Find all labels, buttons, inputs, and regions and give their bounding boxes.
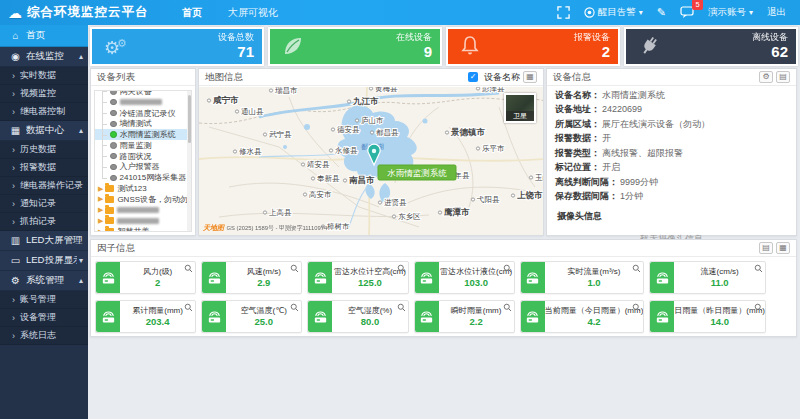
logout-button[interactable]: 退出 [767,6,786,19]
device-settings-icon[interactable]: ⚙ [759,71,773,83]
factor-card-body: 流速(cm/s)11.0 [674,262,765,293]
tree-folder-2[interactable]: ▶ [95,205,191,216]
factor-card-11[interactable]: 日雨量（昨日雨量）(mm)14.0 [649,300,766,333]
sidebar-item-5[interactable]: ⚙系统管理▴ [0,271,88,291]
tree-device-4[interactable]: 水雨情监测系统 [95,129,191,140]
device-table-icon[interactable]: ▤ [776,71,790,83]
chevron-up-icon: ▴ [79,52,83,61]
factor-card-9[interactable]: 瞬时雨量(mm)2.2 [414,300,515,333]
factor-card-6[interactable]: 累计雨量(mm)203.4 [95,300,196,333]
led-icon: ▥ [9,235,22,246]
magnifier-icon[interactable] [397,264,406,273]
magnifier-icon[interactable] [290,264,299,273]
tree-folder-1[interactable]: ▶GNSS设备，勿动勿改 [95,194,191,205]
account-menu[interactable]: 演示账号 ▾ [708,6,753,19]
tree-device-3[interactable]: 墒情测试 [95,118,191,129]
sensor-icon [96,301,120,332]
map-label-dot [343,179,346,182]
sidebar-subitem-2-2[interactable]: ›继电器操作记录 [0,177,88,195]
sidebar-item-4[interactable]: ▭LED投屏显示▾ [0,251,88,271]
sidebar-subitem-1-2[interactable]: ›继电器控制 [0,103,88,121]
tree-device-8[interactable]: 241015网络采集器 [95,172,191,183]
sidebar-subitem-2-4[interactable]: ›抓拍记录 [0,213,88,231]
magnifier-icon[interactable] [503,303,512,312]
sidebar-subitem-5-2[interactable]: ›系统日志 [0,327,88,345]
sidebar-subitem-1-0[interactable]: ›实时数据 [0,67,88,85]
sidebar-subitem-2-0[interactable]: ›历史数据 [0,141,88,159]
tree-device-7[interactable]: 入户报警器 [95,162,191,173]
factor-card-5[interactable]: 流速(cm/s)11.0 [649,261,766,294]
factor-card-8[interactable]: 空气湿度(%)80.0 [307,300,408,333]
tree-folder-label: GNSS设备，勿动勿改 [117,194,192,205]
factor-card-7[interactable]: 空气温度(℃)25.0 [201,300,302,333]
magnifier-icon[interactable] [184,264,193,273]
stat-card-1[interactable]: 在线设备9 [268,27,442,66]
map-label-dot [311,177,314,180]
sidebar-subitem-2-1[interactable]: ›报警数据 [0,159,88,177]
chevron-right-icon: › [12,217,15,227]
top-nav-item-0[interactable]: 首页 [182,6,202,20]
sensor-icon [202,262,226,293]
magnifier-icon[interactable] [632,264,641,273]
factor-label: 风速(m/s) [247,267,281,277]
tree-device-5[interactable]: 雨量监测 [95,140,191,151]
sidebar-subitem-5-1[interactable]: ›设备管理 [0,309,88,327]
top-nav-item-1[interactable]: 大屏可视化 [228,6,278,20]
monitor-icon: ◉ [9,51,22,62]
device-status-dot [110,131,117,138]
factor-card-1[interactable]: 风速(m/s)2.9 [201,261,302,294]
stat-card-2[interactable]: 报警设备2 [446,27,620,66]
tree-device-2[interactable]: 冷链温度记录仪 [95,108,191,119]
factor-list-view-icon[interactable]: ▤ [759,242,773,254]
alarm-toggle[interactable]: 醒目告警 ▾ [584,6,643,19]
factor-card-3[interactable]: 雷达水位计液位(cm)103.0 [414,261,515,294]
sidebar-subitem-1-1[interactable]: ›视频监控 [0,85,88,103]
map-attribution: 天地图 GS (2025) 1589号 - 甲测资字11110974 [203,223,327,233]
tree-device-1[interactable] [95,97,191,108]
map-canvas[interactable]: 鄱阳湖 咸宁市通山县瑞昌市黄梅县彭泽县九江市庐山市德安县都昌县景德镇市乐平市修水… [199,87,543,235]
sidebar-item-0[interactable]: ⌂首页 [0,25,88,47]
tree-device-0[interactable]: 网关设备 [95,90,191,97]
device-map-tooltip[interactable]: 水雨情监测系统 [378,165,456,180]
magnifier-icon[interactable] [290,303,299,312]
device-list-panel: 设备列表 网关设备冷链温度记录仪墒情测试水雨情监测系统雨量监测路面状况入户报警器… [90,68,196,236]
factor-card-4[interactable]: 实时流量(m³/s)1.0 [520,261,645,294]
magnifier-icon[interactable] [184,303,193,312]
magnifier-icon[interactable] [397,303,406,312]
sidebar-subitem-2-3[interactable]: ›通知记录 [0,195,88,213]
device-name-checkbox[interactable]: ✓ [468,72,478,82]
sidebar-subitem-5-0[interactable]: ›账号管理 [0,291,88,309]
map-tool-icon[interactable]: ▦ [523,71,537,83]
notifications-button[interactable]: 5 [680,6,694,20]
factor-value: 2.9 [257,277,270,289]
stat-card-3[interactable]: 离线设备62 [624,27,798,66]
map-label-12: 武宁县 [269,130,292,139]
stat-card-text: 在线设备9 [396,32,432,62]
tree-folder-4[interactable]: ▶智慧井盖 [95,226,191,232]
tree-folder-0[interactable]: ▶测试123 [95,183,191,194]
magnifier-icon[interactable] [503,264,512,273]
factor-card-0[interactable]: 风力(级)2 [95,261,196,294]
magnifier-icon[interactable] [754,303,763,312]
tree-scrollbar[interactable] [187,91,191,231]
stat-card-0[interactable]: ⚙⚙设备总数71 [90,27,264,66]
map-label-dot [445,131,448,134]
satellite-layer-button[interactable]: 卫星 [504,93,536,123]
factor-label: 空气温度(℃) [241,306,287,316]
sensor-icon [650,262,674,293]
factor-grid-view-icon[interactable]: ▦ [776,242,790,254]
edit-icon[interactable]: ✎ [657,6,666,19]
sidebar-item-1[interactable]: ◉在线监控▴ [0,47,88,67]
factor-card-2[interactable]: 雷达水位计空高(cm)125.0 [307,261,408,294]
info-field-label: 保存数据间隔： [555,192,618,202]
tree-device-label: 雨量监测 [120,140,152,151]
tree-folder-3[interactable]: ▶ [95,216,191,227]
factor-card-10[interactable]: 当前雨量（今日雨量）(mm)4.2 [520,300,645,333]
sidebar-item-2[interactable]: ▦数据中心▴ [0,121,88,141]
magnifier-icon[interactable] [632,303,641,312]
sidebar-item-3[interactable]: ▥LED大屏管理 [0,231,88,251]
fullscreen-icon[interactable] [557,6,570,19]
magnifier-icon[interactable] [754,264,763,273]
map-label-1: 通山县 [241,107,264,116]
tree-device-6[interactable]: 路面状况 [95,151,191,162]
